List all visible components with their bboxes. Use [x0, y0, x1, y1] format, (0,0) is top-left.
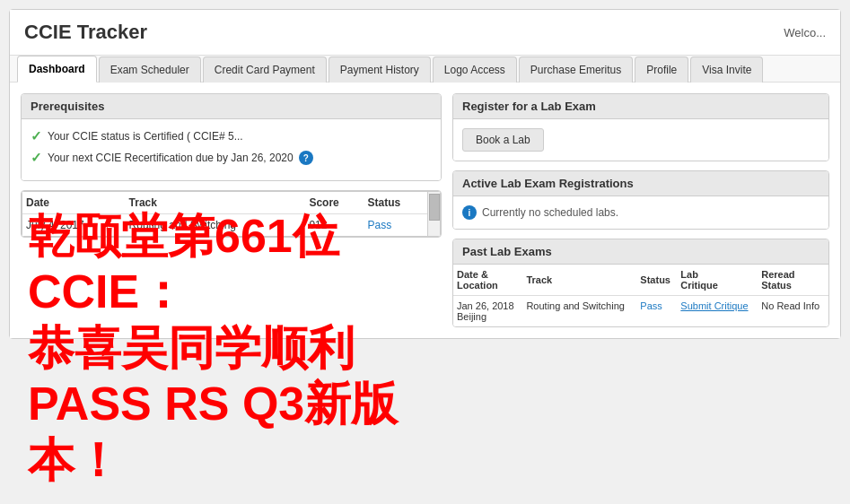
col-date: Date [22, 192, 126, 214]
register-lab-header: Register for a Lab Exam [453, 94, 828, 119]
past-col-track: Track [522, 265, 636, 296]
past-cell-status: Pass [636, 296, 677, 327]
col-track: Track [126, 192, 306, 214]
no-labs-text: Currently no scheduled labs. [482, 206, 618, 219]
cell-track: Routing and Switching [126, 214, 306, 237]
prereq-text-2: Your next CCIE Recertification due by Ja… [48, 152, 294, 164]
cell-date: July 4, 2017 [22, 214, 126, 237]
written-exams-table: Date Track Score Status July 4, 2017 [22, 192, 440, 236]
tab-profile[interactable]: Profile [635, 56, 688, 83]
check-icon-1: ✓ [31, 128, 42, 144]
cell-score: 912 [305, 214, 364, 237]
active-registrations-panel: Active Lab Exam Registrations i Currentl… [452, 170, 829, 230]
scrollbar[interactable] [427, 192, 440, 236]
prereq-text-1: Your CCIE status is Certified ( CCIE# 5.… [48, 130, 243, 143]
past-col-critique: LabCritique [677, 265, 758, 296]
welcome-text: Welco... [784, 26, 826, 39]
past-lab-exams-table: Date &Location Track Status LabCritique … [453, 265, 828, 326]
nav-tabs: Dashboard Exam Scheduler Credit Card Pay… [10, 56, 840, 83]
scroll-thumb[interactable] [429, 194, 440, 221]
check-icon-2: ✓ [31, 150, 42, 166]
left-panel: Prerequisites ✓ Your CCIE status is Cert… [21, 93, 442, 327]
past-col-date-location: Date &Location [453, 265, 522, 296]
app-title: CCIE Tracker [24, 21, 147, 44]
past-lab-exams-header: Past Lab Exams [453, 239, 828, 265]
table-row: Jan 26, 2018Beijing Routing and Switchin… [453, 296, 828, 327]
past-lab-exams-body: Date &Location Track Status LabCritique … [453, 265, 828, 326]
past-cell-track: Routing and Switching [522, 296, 636, 327]
app-header: CCIE Tracker Welco... [10, 10, 840, 56]
register-lab-panel: Register for a Lab Exam Book a Lab [452, 93, 829, 161]
main-content: 乾颐堂第661位CCIE： 恭喜吴同学顺利PASS RS Q3新版本！ Prer… [10, 83, 840, 338]
prerequisites-header: Prerequisites [22, 94, 441, 119]
past-lab-exams-panel: Past Lab Exams Date &Location Track Stat… [452, 239, 829, 327]
active-registrations-header: Active Lab Exam Registrations [453, 171, 828, 196]
tab-visa-invite[interactable]: Visa Invite [690, 56, 763, 83]
past-col-status: Status [636, 265, 677, 296]
prereq-item-2: ✓ Your next CCIE Recertification due by … [31, 150, 432, 166]
col-status: Status [364, 192, 427, 214]
submit-critique-link[interactable]: Submit Critique [680, 300, 748, 311]
tab-purchase-emeritus[interactable]: Purchase Emeritus [519, 56, 633, 83]
book-lab-button[interactable]: Book a Lab [462, 128, 544, 152]
tab-exam-scheduler[interactable]: Exam Scheduler [99, 56, 201, 83]
table-row: July 4, 2017 Routing and Switching 912 P… [22, 214, 440, 237]
prereq-item-1: ✓ Your CCIE status is Certified ( CCIE# … [31, 128, 432, 144]
prerequisites-panel: Prerequisites ✓ Your CCIE status is Cert… [21, 93, 442, 181]
prerequisites-body: ✓ Your CCIE status is Certified ( CCIE# … [22, 119, 441, 180]
past-cell-reread: No Read Info [758, 296, 828, 327]
register-lab-body: Book a Lab [453, 119, 828, 161]
active-registrations-body: i Currently no scheduled labs. [453, 196, 828, 229]
past-cell-date-location: Jan 26, 2018Beijing [453, 296, 522, 327]
past-col-reread: RereadStatus [758, 265, 828, 296]
written-exams-table-wrapper: Date Track Score Status July 4, 2017 [22, 191, 441, 237]
info-icon: i [462, 205, 477, 220]
tab-payment-history[interactable]: Payment History [329, 56, 431, 83]
tab-logo-access[interactable]: Logo Access [433, 56, 517, 83]
col-score: Score [305, 192, 364, 214]
cell-status: Pass [364, 214, 427, 237]
right-panel: Register for a Lab Exam Book a Lab Activ… [452, 93, 829, 327]
no-labs-info: i Currently no scheduled labs. [462, 205, 819, 220]
written-exams-body: Date Track Score Status July 4, 2017 [22, 191, 441, 237]
tab-dashboard[interactable]: Dashboard [17, 56, 97, 83]
question-icon[interactable]: ? [299, 151, 313, 165]
past-cell-critique: Submit Critique [677, 296, 758, 327]
tab-credit-card-payment[interactable]: Credit Card Payment [203, 56, 327, 83]
written-exams-panel: Date Track Score Status July 4, 2017 [21, 190, 442, 238]
